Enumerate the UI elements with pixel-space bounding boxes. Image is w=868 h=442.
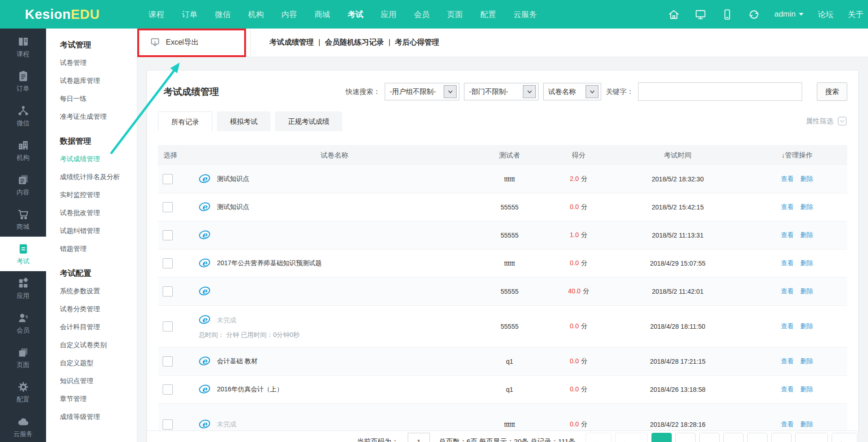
menu-item-1-1[interactable]: 试卷管理 <box>60 54 137 72</box>
topnav-item-10[interactable]: 页面 <box>447 9 463 20</box>
tab-1[interactable]: 所有记录 <box>158 111 212 131</box>
current-page-box[interactable]: 1 <box>408 433 430 442</box>
menu-item-2-2[interactable]: 成绩统计排名及分析 <box>60 168 137 186</box>
topnav-item-11[interactable]: 配置 <box>480 9 496 20</box>
page-button-3[interactable]: 3 <box>699 433 720 442</box>
row-checkbox[interactable] <box>163 286 173 297</box>
menu-item-2-1[interactable]: 考试成绩管理 <box>60 150 137 168</box>
topnav-item-7[interactable]: 考试 <box>347 9 363 20</box>
module-item-2[interactable]: 订单 <box>0 64 46 99</box>
module-item-4[interactable]: 机构 <box>0 133 46 168</box>
row-checkbox[interactable] <box>163 230 173 240</box>
page-button-末页[interactable]: 末页 <box>832 433 857 442</box>
attribute-filter-toggle[interactable]: 属性筛选 <box>806 116 847 126</box>
view-link[interactable]: 查看 <box>781 287 794 295</box>
delete-link[interactable]: 删除 <box>800 203 813 210</box>
page-button-4[interactable]: 4 <box>723 433 744 442</box>
about-link[interactable]: 关于 <box>848 9 863 20</box>
mobile-icon[interactable] <box>721 8 733 21</box>
page-button-6[interactable]: 6 <box>771 433 792 442</box>
view-link[interactable]: 查看 <box>781 175 794 182</box>
delete-link[interactable]: 删除 <box>800 420 813 428</box>
view-link[interactable]: 查看 <box>781 231 794 238</box>
page-button-2[interactable]: 2 <box>675 433 696 442</box>
page-button-下一页[interactable]: 下一页 <box>795 433 828 442</box>
menu-item-1-2[interactable]: 试卷题库管理 <box>60 72 137 90</box>
view-link[interactable]: 查看 <box>781 203 794 210</box>
forum-link[interactable]: 论坛 <box>818 9 833 20</box>
module-item-12[interactable]: 云服务 <box>0 409 46 442</box>
view-link[interactable]: 查看 <box>781 357 794 365</box>
row-checkbox[interactable] <box>163 174 173 184</box>
topnav-item-12[interactable]: 云服务 <box>513 9 537 20</box>
page-button-上一页[interactable]: 上一页 <box>615 433 648 442</box>
row-checkbox[interactable] <box>163 384 173 395</box>
breadcrumb-item-3[interactable]: 考后心得管理 <box>395 38 439 46</box>
topnav-item-6[interactable]: 商城 <box>314 9 330 20</box>
tab-3[interactable]: 正规考试成绩 <box>275 111 342 131</box>
filter-select-3[interactable]: 试卷名称 <box>543 83 601 100</box>
delete-link[interactable]: 删除 <box>800 357 813 365</box>
module-item-7[interactable]: 考试 <box>0 237 46 271</box>
delete-link[interactable]: 删除 <box>800 259 813 267</box>
menu-item-3-2[interactable]: 试卷分类管理 <box>60 300 137 318</box>
topnav-item-2[interactable]: 订单 <box>182 9 197 20</box>
topnav-item-4[interactable]: 机构 <box>248 9 264 20</box>
breadcrumb-item-2[interactable]: 会员随机练习记录 <box>325 38 384 46</box>
view-link[interactable]: 查看 <box>781 385 794 393</box>
module-item-8[interactable]: 应用 <box>0 271 46 306</box>
page-button-1[interactable]: 1 <box>651 433 672 442</box>
page-button-5[interactable]: 5 <box>747 433 768 442</box>
module-item-6[interactable]: 商城 <box>0 202 46 237</box>
module-item-3[interactable]: 微信 <box>0 99 46 133</box>
topnav-item-1[interactable]: 课程 <box>148 9 164 20</box>
page-button-首页[interactable]: 首页 <box>586 433 611 442</box>
filter-select-1[interactable]: -用户组不限制- <box>385 83 459 100</box>
refresh-icon[interactable] <box>748 8 760 21</box>
module-item-10[interactable]: 页面 <box>0 340 46 375</box>
menu-item-2-3[interactable]: 实时监控管理 <box>60 186 137 204</box>
view-link[interactable]: 查看 <box>781 322 794 330</box>
topnav-item-9[interactable]: 会员 <box>414 9 429 20</box>
view-link[interactable]: 查看 <box>781 259 794 267</box>
menu-item-2-5[interactable]: 试题纠错管理 <box>60 222 137 240</box>
topnav-item-8[interactable]: 应用 <box>381 9 396 20</box>
topnav-item-3[interactable]: 微信 <box>215 9 230 20</box>
menu-item-2-6[interactable]: 错题管理 <box>60 240 137 258</box>
monitor-icon[interactable] <box>694 8 707 21</box>
menu-item-3-5[interactable]: 自定义题型 <box>60 354 137 372</box>
delete-link[interactable]: 删除 <box>800 175 813 182</box>
delete-link[interactable]: 删除 <box>800 385 813 393</box>
row-checkbox[interactable] <box>163 258 173 268</box>
user-menu[interactable]: admin <box>774 10 803 19</box>
row-checkbox[interactable] <box>163 202 173 212</box>
module-item-9[interactable]: 会员 <box>0 306 46 340</box>
menu-item-2-4[interactable]: 试卷批改管理 <box>60 204 137 222</box>
menu-item-3-1[interactable]: 系统参数设置 <box>60 282 137 300</box>
menu-item-3-4[interactable]: 自定义试卷类别 <box>60 336 137 354</box>
keyword-input[interactable] <box>638 82 802 101</box>
home-icon[interactable] <box>668 8 680 21</box>
row-checkbox[interactable] <box>163 321 173 332</box>
excel-export-button[interactable]: Excel导出 <box>149 37 199 48</box>
menu-item-3-7[interactable]: 章节管理 <box>60 390 137 408</box>
topnav-item-5[interactable]: 内容 <box>281 9 297 20</box>
menu-item-3-6[interactable]: 知识点管理 <box>60 372 137 390</box>
view-link[interactable]: 查看 <box>781 420 794 428</box>
filter-select-2[interactable]: -部门不限制- <box>464 83 539 100</box>
menu-item-3-8[interactable]: 成绩等级管理 <box>60 408 137 426</box>
delete-link[interactable]: 删除 <box>800 231 813 238</box>
delete-link[interactable]: 删除 <box>800 322 813 330</box>
module-item-1[interactable]: 课程 <box>0 29 46 64</box>
tab-2[interactable]: 模拟考试 <box>217 111 270 131</box>
menu-item-1-4[interactable]: 准考证生成管理 <box>60 108 137 126</box>
menu-item-3-3[interactable]: 会计科目管理 <box>60 318 137 336</box>
module-item-5[interactable]: 内容 <box>0 168 46 202</box>
search-button[interactable]: 搜索 <box>817 82 847 101</box>
row-checkbox[interactable] <box>163 419 173 430</box>
row-checkbox[interactable] <box>163 356 173 366</box>
delete-link[interactable]: 删除 <box>800 287 813 295</box>
module-item-11[interactable]: 配置 <box>0 375 46 409</box>
menu-item-1-3[interactable]: 每日一练 <box>60 90 137 108</box>
breadcrumb-item-1[interactable]: 考试成绩管理 <box>270 38 314 46</box>
